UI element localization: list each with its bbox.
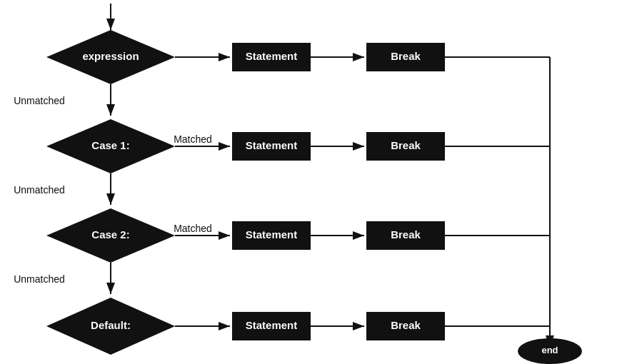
- break1-label: Break: [391, 50, 421, 62]
- statement4-label: Statement: [246, 319, 298, 331]
- break2-label: Break: [391, 139, 421, 151]
- matched-label-1: Matched: [174, 133, 212, 145]
- break4-label: Break: [391, 319, 421, 331]
- matched-label-2: Matched: [174, 223, 212, 234]
- case1-label: Case 1:: [91, 139, 129, 151]
- case2-label: Case 2:: [91, 228, 129, 241]
- unmatched-label-3: Unmatched: [14, 273, 65, 285]
- statement2-label: Statement: [246, 139, 298, 151]
- end-label: end: [541, 345, 558, 355]
- default-label: Default:: [91, 319, 131, 331]
- unmatched-label-2: Unmatched: [14, 184, 65, 196]
- statement3-label: Statement: [246, 228, 298, 241]
- statement1-label: Statement: [246, 50, 298, 62]
- expression-label: expression: [82, 50, 139, 62]
- break3-label: Break: [391, 228, 421, 241]
- unmatched-label-1: Unmatched: [14, 95, 65, 106]
